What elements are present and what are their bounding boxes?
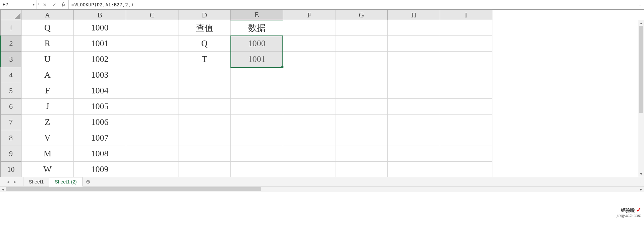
formula-bar-expand-icon[interactable]: ⌄: [636, 0, 644, 9]
tab-nav-buttons[interactable]: ◄ ►: [0, 177, 23, 186]
tab-prev-icon[interactable]: ◄: [6, 180, 10, 184]
cell-A7[interactable]: Z: [21, 115, 74, 130]
cell-D6[interactable]: [178, 99, 231, 115]
add-sheet-button[interactable]: ⊕: [83, 177, 94, 186]
cell-H1[interactable]: [388, 20, 440, 36]
scroll-left-icon[interactable]: ◄: [0, 186, 6, 192]
cell-F2[interactable]: [283, 36, 335, 52]
cell-H10[interactable]: [388, 162, 440, 177]
cell-D9[interactable]: [178, 146, 231, 162]
cell-H8[interactable]: [388, 130, 440, 146]
cell-D10[interactable]: [178, 162, 231, 177]
cell-I8[interactable]: [440, 130, 492, 146]
cell-I2[interactable]: [440, 36, 492, 52]
vscroll-track[interactable]: [638, 26, 644, 171]
horizontal-scrollbar[interactable]: ◄ ►: [0, 186, 644, 192]
cell-F5[interactable]: [283, 83, 335, 99]
cell-D1[interactable]: 查值: [178, 20, 231, 36]
cell-H5[interactable]: [388, 83, 440, 99]
col-header-H[interactable]: H: [388, 10, 440, 20]
cell-I1[interactable]: [440, 20, 492, 36]
cell-G7[interactable]: [335, 115, 388, 130]
cell-B1[interactable]: 1000: [74, 20, 126, 36]
tabs-options-icon[interactable]: ⋮: [636, 177, 644, 186]
cell-G1[interactable]: [335, 20, 388, 36]
col-header-I[interactable]: I: [440, 10, 492, 20]
cell-A2[interactable]: R: [21, 36, 74, 52]
cell-G9[interactable]: [335, 146, 388, 162]
row-header-4[interactable]: 4: [1, 67, 21, 83]
row-header-8[interactable]: 8: [1, 130, 21, 146]
col-header-D[interactable]: D: [178, 10, 231, 20]
cell-C5[interactable]: [126, 83, 178, 99]
cell-A8[interactable]: V: [21, 130, 74, 146]
cell-F3[interactable]: [283, 52, 335, 67]
cell-A10[interactable]: W: [21, 162, 74, 177]
row-header-10[interactable]: 10: [1, 162, 21, 177]
cell-E1[interactable]: 数据: [231, 20, 283, 36]
select-all-corner[interactable]: [1, 10, 21, 20]
cell-F9[interactable]: [283, 146, 335, 162]
cell-H3[interactable]: [388, 52, 440, 67]
col-header-C[interactable]: C: [126, 10, 178, 20]
row-header-2[interactable]: 2: [1, 36, 21, 52]
cell-D4[interactable]: [178, 67, 231, 83]
cell-B6[interactable]: 1005: [74, 99, 126, 115]
row-header-5[interactable]: 5: [1, 83, 21, 99]
col-header-A[interactable]: A: [21, 10, 74, 20]
confirm-formula-button[interactable]: ✓: [50, 0, 59, 9]
cell-F8[interactable]: [283, 130, 335, 146]
cell-E7[interactable]: [231, 115, 283, 130]
cell-E6[interactable]: [231, 99, 283, 115]
scroll-down-icon[interactable]: ▼: [638, 171, 644, 177]
tab-next-icon[interactable]: ►: [13, 180, 17, 184]
row-header-3[interactable]: 3: [1, 52, 21, 67]
cell-G2[interactable]: [335, 36, 388, 52]
cell-D3[interactable]: T: [178, 52, 231, 67]
cell-A6[interactable]: J: [21, 99, 74, 115]
cell-C2[interactable]: [126, 36, 178, 52]
cell-G3[interactable]: [335, 52, 388, 67]
cell-F1[interactable]: [283, 20, 335, 36]
cell-I3[interactable]: [440, 52, 492, 67]
cell-D7[interactable]: [178, 115, 231, 130]
vertical-scrollbar[interactable]: ▲ ▼: [638, 20, 644, 177]
hscroll-thumb[interactable]: [6, 187, 261, 191]
cell-C8[interactable]: [126, 130, 178, 146]
cell-I7[interactable]: [440, 115, 492, 130]
cell-B3[interactable]: 1002: [74, 52, 126, 67]
cell-I5[interactable]: [440, 83, 492, 99]
cell-B8[interactable]: 1007: [74, 130, 126, 146]
scroll-right-icon[interactable]: ►: [638, 186, 644, 192]
cell-G5[interactable]: [335, 83, 388, 99]
cell-C4[interactable]: [126, 67, 178, 83]
cell-A9[interactable]: M: [21, 146, 74, 162]
cell-F6[interactable]: [283, 99, 335, 115]
cell-G6[interactable]: [335, 99, 388, 115]
col-header-G[interactable]: G: [335, 10, 388, 20]
cell-C6[interactable]: [126, 99, 178, 115]
cell-I10[interactable]: [440, 162, 492, 177]
cell-E9[interactable]: [231, 146, 283, 162]
hscroll-track[interactable]: [6, 186, 638, 192]
cell-G10[interactable]: [335, 162, 388, 177]
col-header-E[interactable]: E: [231, 10, 283, 20]
cell-E2[interactable]: 1000: [231, 36, 283, 52]
cell-E5[interactable]: [231, 83, 283, 99]
row-header-7[interactable]: 7: [1, 115, 21, 130]
name-box[interactable]: E2 ▼: [0, 0, 37, 9]
cell-E10[interactable]: [231, 162, 283, 177]
cell-G8[interactable]: [335, 130, 388, 146]
formula-input[interactable]: =VLOOKUP(D2,A1:B27,2,): [68, 0, 636, 9]
cell-H9[interactable]: [388, 146, 440, 162]
sheet-tab-1[interactable]: Sheet1: [23, 177, 49, 186]
cell-D2[interactable]: Q: [178, 36, 231, 52]
cell-B4[interactable]: 1003: [74, 67, 126, 83]
name-box-dropdown-icon[interactable]: ▼: [32, 3, 35, 6]
scroll-up-icon[interactable]: ▲: [638, 20, 644, 26]
cell-C9[interactable]: [126, 146, 178, 162]
cell-B10[interactable]: 1009: [74, 162, 126, 177]
cell-E3[interactable]: 1001: [231, 52, 283, 67]
spreadsheet-grid[interactable]: A B C D E F G H I 1 Q 1000 查值 数据 2 R 100…: [0, 9, 644, 177]
cell-A1[interactable]: Q: [21, 20, 74, 36]
